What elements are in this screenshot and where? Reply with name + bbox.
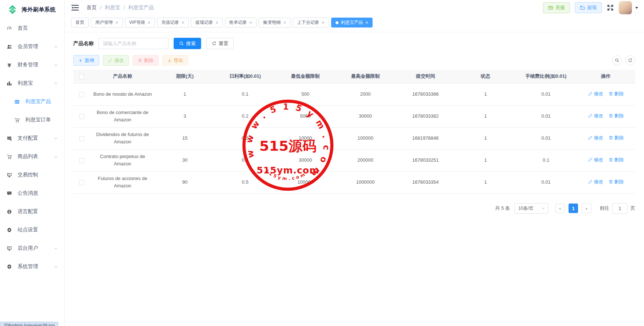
page-1-button[interactable]: 1: [569, 204, 578, 213]
breadcrumb-item[interactable]: 利息宝产品: [128, 4, 154, 11]
sidebar-item-system[interactable]: 系统管理: [0, 257, 64, 276]
cell-time: 1678033251: [395, 149, 455, 171]
cell-time: 1678033382: [395, 105, 455, 127]
tab-提现记录[interactable]: 提现记录×: [191, 18, 223, 28]
cell-name: Bono de novato de Amazon: [90, 83, 155, 105]
tab-close-icon[interactable]: ×: [322, 20, 325, 25]
tab-账变明细[interactable]: 账变明细×: [259, 18, 290, 28]
goto-label: 前往: [600, 205, 609, 212]
withdraw-button[interactable]: 提现: [575, 2, 602, 13]
search-button[interactable]: 搜索: [174, 38, 201, 49]
sidebar-item-language-config[interactable]: 语言配置: [0, 202, 64, 221]
row-checkbox[interactable]: [79, 114, 84, 119]
export-button[interactable]: 导出: [162, 55, 188, 66]
cell-max: 200000: [336, 149, 396, 171]
row-delete-link[interactable]: 删除: [608, 90, 624, 98]
cell-name: Dividendos de futuros de Amazon: [90, 127, 155, 149]
reset-button[interactable]: 重置: [206, 38, 234, 49]
column-header: 最高金额限制: [336, 70, 396, 83]
row-edit-link[interactable]: 修改: [588, 112, 603, 120]
column-header: 日利率(如0.01): [215, 70, 275, 83]
row-checkbox[interactable]: [79, 136, 84, 141]
next-page-button[interactable]: ›: [582, 204, 591, 213]
tab-VIP等级[interactable]: VIP等级×: [125, 18, 155, 28]
tab-抢单记录[interactable]: 抢单记录×: [225, 18, 257, 28]
row-checkbox[interactable]: [79, 180, 84, 185]
menu-collapse-icon[interactable]: [71, 4, 79, 11]
cell-actions: 修改删除: [576, 105, 635, 127]
sidebar-item-admin-users[interactable]: 后台用户: [0, 239, 64, 257]
wallet-icon: [548, 5, 553, 10]
product-name-input[interactable]: [98, 38, 169, 49]
sidebar-item-label: 利息宝产品: [25, 98, 51, 105]
page-size-select[interactable]: 10条/页: [514, 203, 548, 214]
tab-充值记录[interactable]: 充值记录×: [157, 18, 189, 28]
row-edit-link[interactable]: 修改: [588, 156, 603, 164]
tab-close-icon[interactable]: ×: [215, 20, 218, 25]
fullscreen-icon[interactable]: [607, 4, 614, 11]
tab-close-icon[interactable]: ×: [115, 20, 118, 25]
tab-label: 账变明细: [263, 19, 281, 26]
tab-close-icon[interactable]: ×: [148, 20, 151, 25]
tab-close-icon[interactable]: ×: [283, 20, 286, 25]
yen-icon: ¥: [7, 62, 12, 68]
breadcrumb-item[interactable]: 利息宝: [105, 4, 120, 11]
sidebar-item-payment-config[interactable]: 支付配置: [0, 129, 64, 147]
sidebar-item-label: 后台用户: [18, 245, 38, 252]
sidebar-item-finance[interactable]: ¥财务管理: [0, 56, 64, 74]
download-icon: [167, 58, 172, 63]
row-edit-link[interactable]: 修改: [588, 134, 603, 142]
pencil-icon: [108, 58, 112, 63]
sidebar-item-home[interactable]: 首页: [0, 19, 64, 37]
recharge-button[interactable]: 充值: [543, 2, 570, 13]
row-delete-link[interactable]: 删除: [608, 134, 624, 142]
row-delete-link[interactable]: 删除: [608, 112, 624, 120]
sidebar-item-members[interactable]: 会员管理: [0, 37, 64, 56]
sidebar-item-site-settings[interactable]: 站点设置: [0, 221, 64, 239]
chevron-down-icon: [54, 155, 58, 159]
edit-button[interactable]: 修改: [103, 55, 129, 66]
row-edit-link[interactable]: 修改: [588, 178, 603, 186]
cell-actions: 修改删除: [576, 83, 635, 105]
pencil-icon: [588, 91, 593, 96]
row-edit-link[interactable]: 修改: [588, 90, 603, 98]
select-all-checkbox[interactable]: [79, 74, 84, 79]
delete-button[interactable]: 删除: [133, 55, 159, 66]
tab-close-icon[interactable]: ×: [249, 20, 252, 25]
avatar[interactable]: [619, 1, 632, 14]
row-checkbox[interactable]: [79, 92, 84, 97]
cell-status: 1: [455, 83, 515, 105]
tab-close-icon[interactable]: ×: [366, 20, 369, 25]
table-refresh-icon[interactable]: [625, 55, 635, 65]
sidebar-item-trade-control[interactable]: 交易控制: [0, 166, 64, 184]
tab-利息宝产品[interactable]: 利息宝产品×: [331, 18, 373, 28]
caret-down-icon[interactable]: [635, 7, 638, 9]
table-search-icon[interactable]: [612, 55, 622, 65]
add-label: 新增: [85, 57, 94, 64]
row-checkbox[interactable]: [79, 158, 84, 163]
sidebar-item-interest-orders[interactable]: 利息宝订单: [0, 111, 64, 129]
table-icon: [14, 99, 20, 105]
cell-min: 10000: [275, 127, 336, 149]
row-delete-link[interactable]: 删除: [608, 178, 624, 186]
payment-icon: [7, 135, 12, 141]
tab-上下分记录[interactable]: 上下分记录×: [293, 18, 329, 28]
sidebar-item-label: 系统管理: [18, 263, 38, 270]
prev-page-button[interactable]: ‹: [555, 204, 565, 213]
sidebar-item-interest[interactable]: 利息宝: [0, 74, 64, 92]
add-button[interactable]: 新增: [73, 55, 99, 66]
tab-label: 利息宝产品: [341, 19, 363, 26]
cell-rate: 0.1: [215, 83, 275, 105]
sidebar-item-interest-products[interactable]: 利息宝产品: [0, 92, 64, 111]
goto-page-input[interactable]: [612, 203, 628, 214]
tab-首页[interactable]: 首页: [71, 18, 89, 28]
cell-max: 1000000: [336, 171, 396, 193]
trash-icon: [608, 179, 613, 184]
cell-actions: 修改删除: [576, 149, 635, 171]
sidebar-item-product-list[interactable]: 商品列表: [0, 147, 64, 166]
tab-close-icon[interactable]: ×: [182, 20, 185, 25]
breadcrumb-item[interactable]: 首页: [86, 4, 97, 11]
row-delete-link[interactable]: 删除: [608, 156, 624, 164]
sidebar-item-announcements[interactable]: 公告消息: [0, 184, 64, 202]
tab-用户管理[interactable]: 用户管理×: [91, 18, 123, 28]
